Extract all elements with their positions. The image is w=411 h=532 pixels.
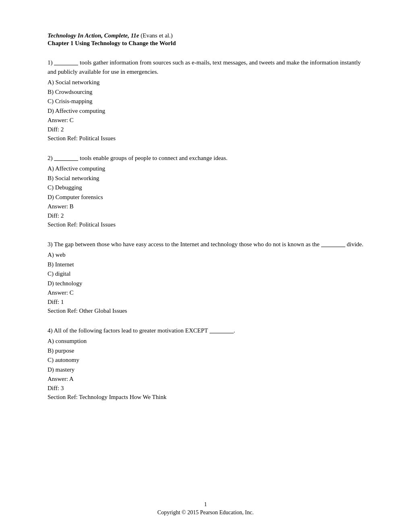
answer-1: Answer: C — [48, 116, 371, 125]
diff-2: Diff: 2 — [48, 211, 371, 220]
section-ref-1: Section Ref: Political Issues — [48, 134, 371, 143]
option-3-3: C) digital — [48, 269, 371, 278]
document-header: Technology In Action, Complete, 11e (Eva… — [48, 32, 371, 47]
blank-4 — [210, 333, 234, 333]
option-1-1: A) Social networking — [48, 78, 371, 87]
question-block-4: 4) All of the following factors lead to … — [48, 326, 371, 402]
header-chapter: Chapter 1 Using Technology to Change the… — [48, 40, 371, 47]
option-2-2: B) Social networking — [48, 174, 371, 183]
question-block-2: 2) tools enable groups of people to conn… — [48, 154, 371, 229]
section-ref-2: Section Ref: Political Issues — [48, 220, 371, 229]
footer: 1 Copyright © 2015 Pearson Education, In… — [0, 501, 411, 516]
question-text-4: 4) All of the following factors lead to … — [48, 326, 371, 335]
question-text-2: 2) tools enable groups of people to conn… — [48, 154, 371, 163]
option-4-2: B) purpose — [48, 346, 371, 355]
option-3-4: D) technology — [48, 279, 371, 288]
question-number: 2) — [48, 155, 53, 161]
question-text-1: 1) tools gather information from sources… — [48, 58, 371, 76]
option-4-4: D) mastery — [48, 365, 371, 374]
question-text-3: 3) The gap between those who have easy a… — [48, 240, 371, 249]
question-block-3: 3) The gap between those who have easy a… — [48, 240, 371, 316]
diff-1: Diff: 2 — [48, 125, 371, 134]
option-2-4: D) Computer forensics — [48, 193, 371, 202]
header-title-normal: (Evans et al.) — [139, 32, 172, 39]
answer-3: Answer: C — [48, 288, 371, 297]
question-number: 1) — [48, 59, 53, 66]
option-3-2: B) Internet — [48, 260, 371, 269]
page-number: 1 — [0, 501, 411, 508]
option-4-1: A) consumption — [48, 337, 371, 346]
diff-4: Diff: 3 — [48, 384, 371, 393]
answer-4: Answer: A — [48, 374, 371, 384]
option-4-3: C) autonomy — [48, 355, 371, 365]
blank-3 — [321, 247, 345, 247]
blank-1 — [54, 65, 78, 65]
option-1-3: C) Crisis-mapping — [48, 97, 371, 106]
header-title-italic: Technology In Action, Complete, 11e — [48, 32, 139, 39]
questions-container: 1) tools gather information from sources… — [48, 58, 371, 402]
option-2-3: C) Debugging — [48, 183, 371, 192]
option-3-1: A) web — [48, 250, 371, 260]
question-number: 4) — [48, 327, 53, 334]
option-2-1: A) Affective computing — [48, 164, 371, 173]
diff-3: Diff: 1 — [48, 297, 371, 307]
blank-2 — [54, 160, 78, 161]
option-1-2: B) Crowdsourcing — [48, 87, 371, 97]
header-line1: Technology In Action, Complete, 11e (Eva… — [48, 32, 371, 39]
question-block-1: 1) tools gather information from sources… — [48, 58, 371, 143]
section-ref-4: Section Ref: Technology Impacts How We T… — [48, 393, 371, 402]
question-number: 3) — [48, 241, 53, 247]
option-1-4: D) Affective computing — [48, 106, 371, 116]
copyright-text: Copyright © 2015 Pearson Education, Inc. — [0, 509, 411, 516]
page: Technology In Action, Complete, 11e (Eva… — [0, 0, 411, 532]
section-ref-3: Section Ref: Other Global Issues — [48, 306, 371, 316]
answer-2: Answer: B — [48, 202, 371, 211]
